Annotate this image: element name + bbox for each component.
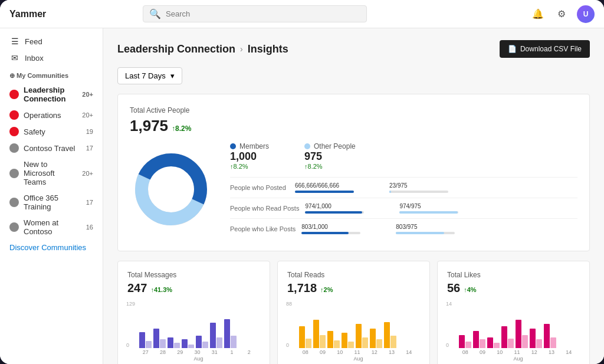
bell-icon[interactable]: 🔔 xyxy=(530,6,546,22)
reads-title: Total Reads xyxy=(287,271,420,279)
sidebar-item-inbox[interactable]: ✉ Inbox xyxy=(0,50,103,66)
feed-label: Feed xyxy=(25,37,42,46)
breadcrumb-current: Insights xyxy=(248,43,288,55)
community-badge: 17 xyxy=(86,145,93,152)
search-icon: 🔍 xyxy=(149,8,161,19)
active-people-card: Total Active People 1,975 ↑8.2% xyxy=(117,94,590,251)
feed-icon: ☰ xyxy=(9,37,20,46)
community-icon xyxy=(9,90,19,99)
date-filter-dropdown[interactable]: Last 7 Days ▾ xyxy=(117,67,182,84)
likes-chart: 14 0 08091011121314 Aug Members xyxy=(447,301,580,364)
sidebar-item-feed[interactable]: ☰ Feed xyxy=(0,33,103,50)
my-communities-header: ⊕ My Communities xyxy=(0,66,103,82)
inbox-label: Inbox xyxy=(25,54,44,63)
svg-point-3 xyxy=(149,167,193,212)
metric-row-posted: People who Posted 666,666/666,666 23/975 xyxy=(230,177,577,198)
active-people-value: 1,975 ↑8.2% xyxy=(130,117,577,135)
community-name: Women at Contoso xyxy=(24,218,81,236)
chevron-down-icon: ▾ xyxy=(170,71,175,80)
community-name: New to Microsoft Teams xyxy=(24,160,77,186)
page-header: Leadership Connection › Insights 📄 Downl… xyxy=(117,40,590,58)
discover-communities-link[interactable]: Discover Communities xyxy=(0,240,103,255)
community-icon xyxy=(9,198,19,207)
inbox-icon: ✉ xyxy=(9,53,20,63)
breadcrumb-parent: Leadership Connection xyxy=(117,43,235,55)
likes-card: Total Likes 56 ↑4% 14 0 08091011121314 A… xyxy=(437,261,590,364)
community-name: Operations xyxy=(24,111,61,120)
community-icon xyxy=(9,110,19,120)
community-badge: 17 xyxy=(86,199,93,206)
messages-chart: 129 0 272829303112 Aug Members xyxy=(127,301,260,364)
download-icon: 📄 xyxy=(508,45,517,53)
community-icon xyxy=(9,169,19,178)
breadcrumb-separator: › xyxy=(240,44,243,54)
download-csv-button[interactable]: 📄 Download CSV File xyxy=(500,40,590,58)
sidebar-item-office365[interactable]: Office 365 Training 17 xyxy=(0,190,103,215)
donut-chart xyxy=(130,148,212,233)
community-badge: 20+ xyxy=(82,91,93,98)
community-badge: 20+ xyxy=(82,170,93,177)
sidebar-item-safety[interactable]: Safety 19 xyxy=(0,123,103,140)
section-icon: ⊕ xyxy=(9,72,15,79)
messages-title: Total Messages xyxy=(127,271,260,279)
reads-chart: 88 0 08091011121314 Aug Members xyxy=(287,301,420,364)
community-icon xyxy=(9,127,19,136)
metric-row-read: People who Read Posts 974/1,000 974/975 xyxy=(230,198,577,218)
likes-title: Total Likes xyxy=(447,271,580,279)
members-dot xyxy=(230,143,236,149)
metrics-section: Members 1,000 ↑8.2% Other People 9 xyxy=(230,142,577,239)
metrics-header: Members 1,000 ↑8.2% Other People 9 xyxy=(230,142,577,170)
search-bar[interactable]: 🔍 xyxy=(143,5,367,22)
community-badge: 20+ xyxy=(82,112,93,119)
breadcrumb: Leadership Connection › Insights xyxy=(117,43,288,55)
community-icon xyxy=(9,222,19,232)
community-name: Safety xyxy=(24,127,45,136)
community-badge: 16 xyxy=(86,224,93,231)
community-name: Leadership Connection xyxy=(24,86,77,103)
sidebar: ☰ Feed ✉ Inbox ⊕ My Communities Leadersh… xyxy=(0,28,103,364)
sidebar-item-operations[interactable]: Operations 20+ xyxy=(0,107,103,123)
sidebar-item-leadership-connection[interactable]: Leadership Connection 20+ xyxy=(0,82,103,107)
active-people-change: ↑8.2% xyxy=(172,124,191,133)
date-filter-label: Last 7 Days xyxy=(125,71,166,80)
other-people-legend: Other People 975 ↑8.2% xyxy=(304,142,356,170)
sidebar-item-women-at-contoso[interactable]: Women at Contoso 16 xyxy=(0,215,103,240)
sidebar-item-new-to-teams[interactable]: New to Microsoft Teams 20+ xyxy=(0,156,103,190)
active-people-title: Total Active People xyxy=(130,106,577,114)
top-nav: Yammer 🔍 🔔 ⚙ U xyxy=(0,0,604,28)
bottom-cards: Total Messages 247 ↑41.3% 129 0 27282930… xyxy=(117,261,590,364)
sidebar-item-contoso-travel[interactable]: Contoso Travel 17 xyxy=(0,140,103,156)
community-badge: 19 xyxy=(86,128,93,135)
community-icon xyxy=(9,143,19,153)
community-name: Contoso Travel xyxy=(24,144,75,153)
metric-row-likes: People who Like Posts 803/1,000 803/975 xyxy=(230,218,577,239)
settings-icon[interactable]: ⚙ xyxy=(553,6,570,22)
content-area: Leadership Connection › Insights 📄 Downl… xyxy=(103,28,604,364)
nav-icons: 🔔 ⚙ U xyxy=(530,5,595,23)
search-input[interactable] xyxy=(166,9,360,18)
app-name: Yammer xyxy=(9,9,57,19)
avatar[interactable]: U xyxy=(577,5,595,23)
reads-card: Total Reads 1,718 ↑2% 88 0 0809101112131… xyxy=(277,261,430,364)
community-name: Office 365 Training xyxy=(24,194,81,211)
other-dot xyxy=(304,143,310,149)
members-legend: Members 1,000 ↑8.2% xyxy=(230,142,269,170)
messages-card: Total Messages 247 ↑41.3% 129 0 27282930… xyxy=(117,261,270,364)
